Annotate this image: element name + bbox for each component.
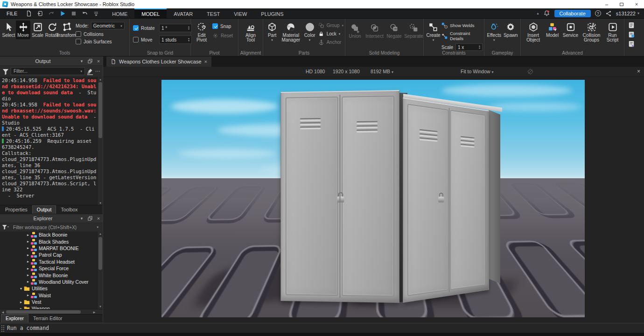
collaborate-button[interactable]: Collaborate: [554, 10, 591, 17]
collision-groups-button[interactable]: Collision Groups: [580, 21, 603, 44]
menu-tab-view[interactable]: VIEW: [227, 8, 254, 18]
insert-local-script-icon[interactable]: [628, 31, 635, 38]
capture-memory-dropdown[interactable]: 8192 MB ▾: [371, 69, 393, 74]
insert-module-script-icon[interactable]: [628, 41, 635, 47]
create-constraint-button[interactable]: Create ▾: [425, 21, 441, 43]
output-log[interactable]: 20:45:14.958 Failed to load sound rbxass…: [0, 77, 103, 205]
tree-expand-icon[interactable]: ▸: [26, 246, 30, 250]
explorer-item-tactical-headset[interactable]: ▸Tactical Headset: [0, 259, 103, 265]
pivot-snap-checkbox[interactable]: Snap: [212, 23, 233, 29]
explorer-item-waist[interactable]: ▸Waist: [0, 292, 103, 299]
file-menu[interactable]: FILE: [0, 8, 24, 18]
panel-chevron-down-icon[interactable]: ▾: [77, 216, 86, 221]
capture-bar-close-icon[interactable]: ×: [637, 68, 640, 75]
explorer-item-black-shades[interactable]: ▸Black Shades: [0, 238, 103, 245]
insert-script-icon[interactable]: [628, 22, 635, 28]
tree-expand-icon[interactable]: ▸: [26, 293, 30, 297]
explorer-item-patrol-cap[interactable]: ▸Patrol Cap: [0, 252, 103, 258]
material-manager-button[interactable]: Material Manager: [280, 21, 302, 44]
filter-funnel-icon[interactable]: [2, 224, 9, 230]
panel-float-icon[interactable]: [86, 216, 94, 221]
menu-tab-home[interactable]: HOME: [105, 8, 134, 18]
color-button[interactable]: Color ▾: [302, 21, 317, 43]
union-button[interactable]: Union: [346, 21, 364, 40]
align-tool-button[interactable]: Align Tool: [240, 21, 261, 44]
help-icon[interactable]: ?: [595, 10, 601, 16]
snap-rotate-row[interactable]: Rotate 1 °▴▾: [133, 24, 192, 32]
dock-tab-toolbox[interactable]: Toolbox: [56, 206, 82, 214]
play-icon[interactable]: [57, 9, 68, 18]
panel-float-icon[interactable]: [86, 58, 94, 64]
tree-expand-icon[interactable]: ▸: [26, 233, 30, 237]
explorer-item-black-boonie[interactable]: ▸Black Boonie: [0, 231, 103, 238]
tree-expand-icon[interactable]: ▸: [26, 280, 30, 284]
menu-tab-plugins[interactable]: PLUGINS: [254, 8, 290, 18]
move-increment-stepper[interactable]: 1 studs▴▾: [159, 35, 192, 44]
anchor-button[interactable]: Anchor: [318, 39, 343, 45]
constraint-scale-stepper[interactable]: 1 x▴▾: [455, 43, 483, 51]
redo-icon[interactable]: [46, 9, 56, 18]
fit-to-window-dropdown[interactable]: Fit to Window ▾: [461, 69, 494, 74]
spawn-button[interactable]: Spawn: [503, 21, 519, 39]
command-input[interactable]: Run a command: [7, 325, 49, 331]
explorer-item-vest[interactable]: ▸Vest: [0, 299, 103, 305]
join-surfaces-checkbox[interactable]: Join Surfaces: [76, 39, 125, 44]
mode-dropdown[interactable]: Geometric▾: [91, 22, 125, 29]
service-button[interactable]: Service: [561, 21, 580, 39]
locker-door[interactable]: [450, 110, 486, 290]
close-button[interactable]: ×: [629, 0, 644, 8]
output-more-options-icon[interactable]: ⋯: [95, 68, 101, 74]
explorer-item-weapon[interactable]: ▸Weapon: [0, 305, 103, 309]
show-welds-toggle[interactable]: Show Welds: [441, 22, 483, 28]
dock-tab-explorer[interactable]: Explorer: [1, 314, 28, 322]
quick-access-dropdown-icon[interactable]: [91, 9, 101, 18]
tree-expand-icon[interactable]: ▸: [26, 266, 30, 271]
collapse-ribbon-icon[interactable]: ▴: [537, 11, 539, 15]
panel-chevron-down-icon[interactable]: ▾: [77, 59, 86, 63]
tool-transform-button[interactable]: Transform: [59, 21, 74, 39]
effects-button[interactable]: Effects ▾: [486, 21, 503, 43]
dock-tab-terrain-editor[interactable]: Terrain Editor: [29, 315, 66, 322]
tool-move-button[interactable]: Move: [16, 21, 30, 39]
tree-collapse-icon[interactable]: ▾: [19, 287, 23, 291]
rotate-increment-stepper[interactable]: 1 °▴▾: [159, 24, 192, 32]
model-button[interactable]: Model: [544, 21, 561, 39]
menu-tab-model[interactable]: MODEL: [134, 8, 167, 18]
constraint-details-toggle[interactable]: Constraint Details: [441, 31, 483, 41]
explorer-item-white-boonie[interactable]: ▸White Boonie: [0, 272, 103, 278]
output-filter-dropdown[interactable]: Filter... ▾: [11, 67, 85, 75]
tool-select-button[interactable]: Select: [1, 21, 16, 39]
clear-output-icon[interactable]: [86, 68, 94, 75]
minimize-button[interactable]: –: [599, 0, 614, 8]
panel-close-icon[interactable]: ×: [94, 58, 103, 64]
drag-handle-icon[interactable]: [1, 325, 4, 332]
locker-door[interactable]: [342, 96, 394, 297]
dock-tab-properties[interactable]: Properties: [1, 206, 32, 214]
constraint-scale-row[interactable]: Scale 1 x▴▾: [441, 43, 483, 51]
pivot-reset-button[interactable]: Reset: [212, 33, 233, 39]
maximize-button[interactable]: [614, 0, 629, 8]
explorer-horizontal-scrollbar[interactable]: ◀ ▶: [0, 309, 103, 314]
stop-icon[interactable]: [69, 9, 79, 18]
dock-tab-output[interactable]: Output: [32, 205, 56, 214]
locker-cabinet-right[interactable]: [403, 98, 489, 303]
tree-expand-icon[interactable]: ▸: [26, 239, 30, 244]
menu-tab-avatar[interactable]: AVATAR: [167, 8, 200, 18]
collisions-checkbox[interactable]: Collisions: [76, 31, 125, 37]
command-bar[interactable]: Run a command: [0, 323, 644, 333]
undo-icon[interactable]: [80, 9, 90, 18]
user-account[interactable]: s131222 ▾: [616, 11, 639, 16]
share-icon[interactable]: [605, 10, 612, 17]
negate-button[interactable]: Negate: [385, 21, 404, 40]
snap-move-row[interactable]: Move 1 studs▴▾: [133, 35, 192, 44]
intersect-button[interactable]: Intersect: [365, 21, 384, 40]
notifications-bell-icon[interactable]: [543, 10, 550, 17]
open-file-icon[interactable]: [35, 9, 45, 18]
tree-expand-icon[interactable]: ▸: [26, 273, 30, 277]
menu-tab-test[interactable]: TEST: [200, 8, 227, 18]
lock-button[interactable]: Lock ▾: [318, 31, 343, 37]
filter-funnel-icon[interactable]: [2, 68, 9, 75]
explorer-item-woodland-utility-cover[interactable]: ▸Woodland Utility Cover: [0, 279, 103, 285]
new-file-icon[interactable]: [24, 9, 34, 18]
tool-scale-button[interactable]: Scale: [30, 21, 45, 39]
